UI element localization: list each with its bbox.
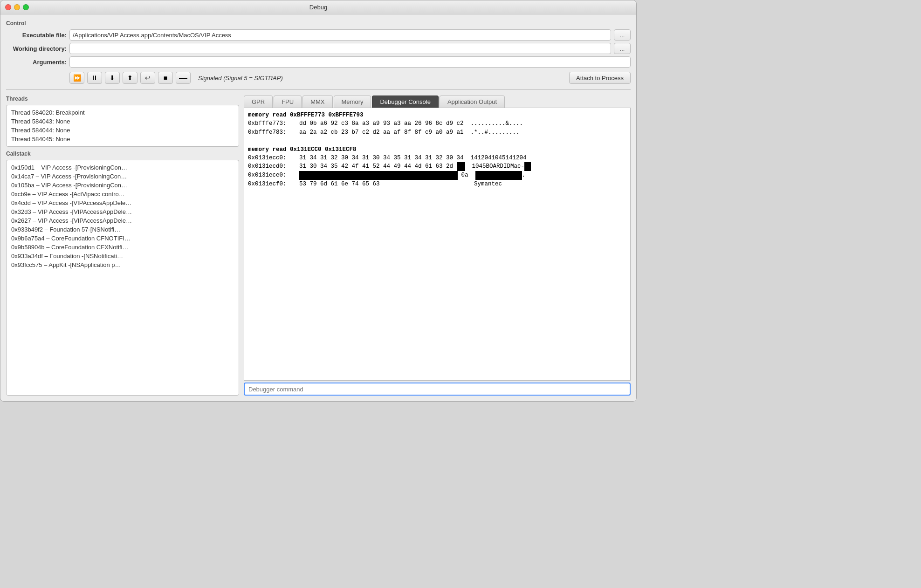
tab-application-output[interactable]: Application Output [440,96,505,108]
list-item[interactable]: 0x933a34df – Foundation -[NSNotificati… [9,252,236,260]
list-item[interactable]: 0x14ca7 – VIP Access -[ProvisioningCon… [9,172,236,181]
list-item[interactable]: Thread 584020: Breakpoint [9,108,236,117]
list-item[interactable]: 0x150d1 – VIP Access -[ProvisioningCon… [9,163,236,172]
step-over-button[interactable]: ⬆ [123,72,137,84]
tab-fpu[interactable]: FPU [274,96,302,108]
list-item[interactable]: 0x32d3 – VIP Access -[VIPAccessAppDele… [9,207,236,216]
tabs-bar: GPR FPU MMX Memory Debugger Console Appl… [244,96,631,108]
control-section: Control Executable file: ... Working dir… [6,20,631,84]
list-item[interactable]: 0x933b49f2 – Foundation 57-[NSNotifi… [9,225,236,234]
executable-input[interactable] [69,29,611,41]
working-dir-input[interactable] [69,43,611,54]
tab-memory[interactable]: Memory [334,96,371,108]
mem-line: 0x0131ecf0: 53 79 6d 61 6e 74 65 63 Syma… [248,180,626,189]
tab-mmx[interactable]: MMX [302,96,332,108]
arguments-row: Arguments: [6,56,631,68]
content-area: Control Executable file: ... Working dir… [0,14,636,401]
arguments-input[interactable] [69,56,631,68]
threads-label: Threads [6,96,239,102]
mem-line: 0x0131ecd0: 31 30 34 35 42 4f 41 52 44 4… [248,162,626,171]
continue-button[interactable]: ⏩ [69,72,84,84]
callstack-list[interactable]: 0x150d1 – VIP Access -[ProvisioningCon… … [6,160,239,396]
maximize-button[interactable] [23,4,29,10]
threads-list[interactable]: Thread 584020: Breakpoint Thread 584043:… [6,105,239,147]
toolbar: ⏩ ⏸ ⬇ ⬆ ↩ ■ — Signaled (Signal 5 = SIGTR… [6,72,631,84]
close-button[interactable] [5,4,11,10]
executable-browse-button[interactable]: ... [614,29,631,41]
debugger-command-input[interactable] [244,383,631,396]
list-item[interactable]: 0x105ba – VIP Access -[ProvisioningCon… [9,181,236,190]
executable-row: Executable file: ... [6,29,631,41]
list-item[interactable]: Thread 584045: None [9,135,236,144]
window-title: Debug [309,4,327,11]
stop-button[interactable]: ■ [158,72,173,84]
list-item[interactable]: 0x4cdd – VIP Access -[VIPAccessAppDele… [9,198,236,207]
attach-to-process-button[interactable]: Attach to Process [569,72,631,84]
mem-line: 0xbfffe773: dd 0b a6 92 c3 8a a3 a9 93 a… [248,119,626,128]
right-panel: GPR FPU MMX Memory Debugger Console Appl… [244,96,631,396]
command-input-row [244,383,631,396]
main-area: Threads Thread 584020: Breakpoint Thread… [6,96,631,396]
working-dir-label: Working directory: [6,45,67,52]
main-window: Debug Control Executable file: ... Worki… [0,0,637,402]
callstack-label: Callstack [6,150,239,157]
mem-line: 0x0131ece0: 0a . [248,171,626,180]
break-button[interactable]: — [176,72,191,84]
left-panel: Threads Thread 584020: Breakpoint Thread… [6,96,239,396]
list-item[interactable]: 0x93fcc575 – AppKit -[NSApplication p… [9,260,236,269]
callstack-section: Callstack 0x150d1 – VIP Access -[Provisi… [6,150,239,396]
step-into-button[interactable]: ⬇ [105,72,120,84]
list-item[interactable]: 0x2627 – VIP Access -[VIPAccessAppDele… [9,216,236,225]
traffic-lights [5,4,29,10]
tab-gpr[interactable]: GPR [244,96,273,108]
tab-debugger-console[interactable]: Debugger Console [372,96,438,108]
executable-label: Executable file: [6,32,67,39]
threads-section: Threads Thread 584020: Breakpoint Thread… [6,96,239,147]
control-label: Control [6,20,631,27]
list-item[interactable]: 0xcb9e – VIP Access -[ActVipacc contro… [9,190,236,198]
arguments-label: Arguments: [6,59,67,66]
pause-button[interactable]: ⏸ [87,72,102,84]
minimize-button[interactable] [14,4,20,10]
step-back-button[interactable]: ↩ [140,72,155,84]
mem-heading-1: memory read 0xBFFFE773 0xBFFFE793 [248,112,626,118]
titlebar: Debug [0,0,636,14]
mem-heading-2: memory read 0x131ECC0 0x131ECF8 [248,146,626,153]
list-item[interactable]: Thread 584043: None [9,117,236,126]
signal-text: Signaled (Signal 5 = SIGTRAP) [198,75,566,82]
list-item[interactable]: 0x9b58904b – CoreFoundation CFXNotifi… [9,243,236,252]
working-dir-browse-button[interactable]: ... [614,43,631,54]
debugger-output[interactable]: memory read 0xBFFFE773 0xBFFFE793 0xbfff… [244,108,631,381]
list-item[interactable]: Thread 584044: None [9,126,236,135]
working-dir-row: Working directory: ... [6,43,631,54]
mem-line: 0xbfffe783: aa 2a a2 cb 23 b7 c2 d2 aa a… [248,128,626,137]
mem-line: 0x0131ecc0: 31 34 31 32 30 34 31 30 34 3… [248,154,626,163]
list-item[interactable]: 0x9b6a75a4 – CoreFoundation CFNOTIFI… [9,234,236,243]
control-grid: Executable file: ... Working directory: … [6,29,631,84]
